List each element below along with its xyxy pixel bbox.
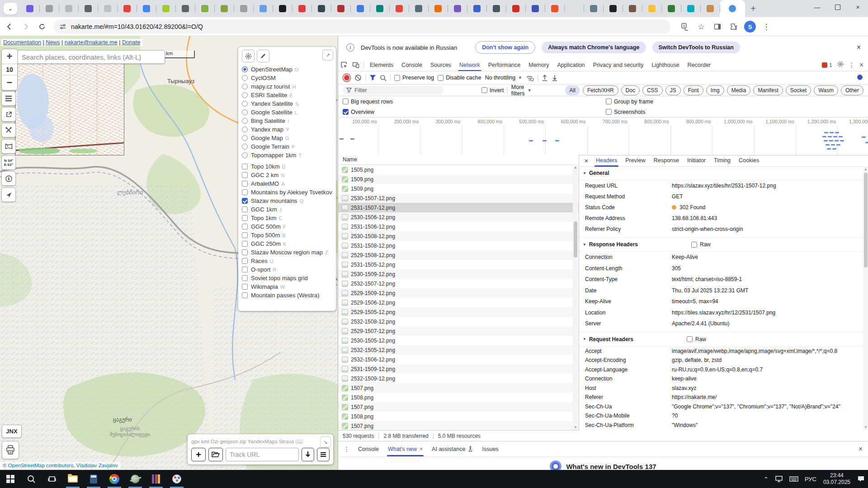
overlay-layer-option[interactable]: Topo 10kmD	[242, 162, 336, 171]
details-scrollbar[interactable]: ▲ ▼	[863, 166, 868, 430]
browser-tab[interactable]	[564, 0, 584, 17]
overlay-layer-option[interactable]: ArbaletMOA	[242, 179, 336, 188]
devtools-tab-privacy-and-security[interactable]: Privacy and security	[589, 59, 648, 71]
devtools-tab-memory[interactable]: Memory	[524, 59, 553, 71]
back-button[interactable]	[3, 20, 16, 33]
download-track-button[interactable]	[302, 448, 314, 461]
details-tab-preview[interactable]: Preview	[621, 155, 649, 167]
filter-chip-fetch-xhr[interactable]: Fetch/XHR	[583, 85, 618, 95]
filter-chip-js[interactable]: JS	[665, 85, 681, 95]
menu-button[interactable]	[1, 91, 16, 106]
permalink-button[interactable]	[1, 107, 16, 122]
invert-checkbox[interactable]: Invert	[481, 87, 504, 94]
browser-tab[interactable]	[486, 0, 506, 17]
browser-tab[interactable]	[195, 0, 214, 17]
details-tab-headers[interactable]: Headers	[592, 155, 621, 167]
network-conditions-icon[interactable]	[526, 75, 534, 81]
devtools-tab-recorder[interactable]: Recorder	[684, 59, 715, 71]
browser-tab[interactable]	[273, 0, 292, 17]
close-details-button[interactable]: ×	[582, 157, 591, 164]
filter-chip-manifest[interactable]: Manifest	[753, 85, 783, 95]
profile-avatar[interactable]: S	[743, 20, 757, 33]
browser-tab[interactable]	[642, 0, 661, 17]
browser-tab[interactable]	[467, 0, 486, 17]
locate-button[interactable]	[1, 188, 16, 202]
devtools-menu-button[interactable]: ⋮	[849, 61, 855, 69]
request-row[interactable]: 2529-1506-12.png	[338, 298, 579, 307]
base-layer-option[interactable]: CyclOSM	[242, 74, 336, 82]
request-row[interactable]: 1509.png	[338, 184, 579, 193]
network-settings-button[interactable]	[856, 74, 863, 82]
browser-tab[interactable]	[20, 0, 39, 17]
forward-button[interactable]	[19, 20, 33, 33]
base-layer-option[interactable]: OpenStreetMapO	[242, 65, 336, 74]
overlay-layer-option[interactable]: Mountains by Aleksey Tsvetkov	[242, 188, 336, 197]
drawer-tab-what-s-new[interactable]: What's new×	[383, 442, 427, 456]
filter-chip-socket[interactable]: Socket	[786, 85, 811, 95]
address-bar[interactable]: nakarte.me/#m=10/43.01620/42.89200&l=O/Q	[54, 19, 670, 34]
tray-expand-button[interactable]: ⌃	[760, 470, 772, 488]
browser-tab[interactable]	[117, 0, 137, 17]
extensions-button[interactable]	[727, 20, 741, 33]
devtools-tab-console[interactable]: Console	[397, 59, 426, 71]
request-row[interactable]: 2530-1508-12.png	[338, 231, 579, 241]
browser-tab[interactable]	[428, 0, 448, 17]
request-headers-section-header[interactable]: ▼Request Headers Raw	[579, 332, 863, 347]
browser-tab[interactable]	[603, 0, 623, 17]
browser-tab[interactable]	[137, 0, 156, 17]
overlay-layer-option[interactable]: GGC 1kmJ	[242, 205, 336, 214]
base-layer-option[interactable]: Google TerrainP	[242, 142, 336, 151]
print-button[interactable]	[2, 441, 19, 459]
browser-tab[interactable]	[175, 0, 195, 17]
response-raw-checkbox[interactable]: Raw	[691, 241, 711, 248]
details-tab-cookies[interactable]: Cookies	[735, 155, 763, 167]
request-row[interactable]: 1507.png	[338, 421, 579, 430]
zoom-out-button[interactable]: −	[2, 75, 17, 90]
search-icon[interactable]	[380, 75, 387, 81]
devtools-tab-lighthouse[interactable]: Lighthouse	[647, 59, 683, 71]
file-explorer-button[interactable]	[62, 470, 83, 488]
browser-tab[interactable]	[350, 0, 370, 17]
calculator-button[interactable]	[83, 470, 104, 488]
request-row[interactable]: 2529-1509-12.png	[338, 288, 579, 298]
browser-tab[interactable]	[59, 0, 78, 17]
tab-search-button[interactable]: ⌄	[4, 3, 17, 14]
paint-button[interactable]	[166, 470, 187, 488]
devtools-settings-button[interactable]	[837, 61, 844, 69]
base-layer-option[interactable]: mapy.cz touristH	[242, 82, 336, 91]
details-tab-timing[interactable]: Timing	[710, 155, 735, 167]
jnx-button[interactable]: JNX	[2, 425, 22, 438]
base-layer-option[interactable]: Bing SatelliteI	[242, 117, 336, 125]
scrollbar-thumb[interactable]	[864, 173, 868, 267]
request-row[interactable]: 1508.png	[338, 412, 579, 421]
browser-tab[interactable]	[700, 0, 720, 17]
coordinates-button[interactable]: N 34°E 62°	[1, 155, 16, 170]
browser-menu-button[interactable]: ⋮	[760, 20, 773, 33]
layers-edit-button[interactable]	[257, 50, 269, 62]
site-link[interactable]: nakarte@nakarte.me	[65, 39, 118, 46]
reload-button[interactable]	[35, 20, 49, 33]
request-row[interactable]: 2529-1508-12.png	[338, 250, 579, 260]
inspect-element-button[interactable]	[338, 60, 350, 70]
map-attribution[interactable]: © OpenStreetMap contributors, Vladislav …	[0, 462, 121, 469]
request-row[interactable]: 2530-1509-12.png	[338, 269, 579, 279]
devtools-tab-sources[interactable]: Sources	[426, 59, 455, 71]
filter-chip-img[interactable]: Img	[706, 85, 724, 95]
site-link[interactable]: News	[46, 39, 60, 46]
browser-tab[interactable]	[370, 0, 389, 17]
track-url-input[interactable]: Track URL	[226, 448, 299, 461]
overlay-layer-option[interactable]: O-sportR	[242, 265, 336, 274]
site-link[interactable]: Documentation	[3, 39, 41, 46]
network-overview-timeline[interactable]: 100,000 ms200,000 ms300,000 ms400,000 ms…	[338, 117, 868, 155]
keyboard-tray-button[interactable]	[786, 470, 802, 488]
response-headers-section-header[interactable]: ▼Response Headers Raw	[579, 237, 863, 252]
close-window-button[interactable]: ×	[848, 0, 868, 14]
request-row[interactable]: 2532-1508-12.png	[338, 317, 579, 326]
clear-icon[interactable]	[354, 74, 362, 81]
drawer-tab-issues[interactable]: Issues	[477, 442, 503, 456]
disable-cache-checkbox[interactable]: Disable cache	[438, 75, 481, 81]
drawer-tab-ai-assistance[interactable]: AI assistance	[427, 442, 477, 456]
request-row[interactable]: 2531-1506-12.png	[338, 222, 579, 231]
overlay-layer-option[interactable]: Slazav Moscow region mapZ	[242, 248, 336, 257]
browser-tab[interactable]	[661, 0, 681, 17]
